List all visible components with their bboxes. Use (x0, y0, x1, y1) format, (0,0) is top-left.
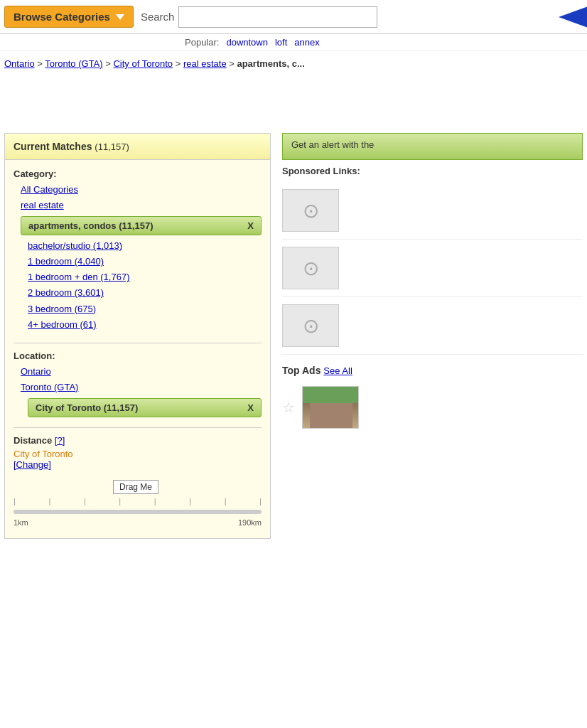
location-section: Location: Ontario Toronto (GTA) City of … (14, 350, 262, 417)
top-ads-header: Top Ads See All (282, 365, 583, 376)
ad-image-1: ⊙ (282, 189, 339, 232)
active-category-filter: apartments, condos (11,157) X (21, 216, 262, 235)
right-panel: Get an alert with the Sponsored Links: ⊙… (282, 133, 583, 539)
alert-bar: Get an alert with the (282, 133, 583, 160)
breadcrumb-real-estate[interactable]: real estate (183, 58, 227, 69)
slider-min-label: 1km (14, 518, 28, 527)
popular-label: Popular: (185, 37, 219, 48)
slider-container: Drag Me | | | | | | | | (14, 480, 262, 527)
left-panel: Current Matches (11,157) Category: All C… (4, 133, 271, 539)
remove-location-button[interactable]: X (247, 402, 254, 413)
sponsored-label: Sponsored Links: (282, 166, 583, 176)
distance-slider-track[interactable] (14, 510, 262, 514)
ad-image-2: ⊙ (282, 247, 339, 289)
ad-image-3: ⊙ (282, 304, 339, 347)
search-label: Search (141, 11, 175, 23)
active-location-filter: City of Toronto (11,157) X (28, 398, 262, 417)
breadcrumb-current: apartments, c... (237, 58, 304, 69)
location-links: Ontario Toronto (GTA) (14, 364, 262, 395)
toronto-gta-link[interactable]: Toronto (GTA) (21, 380, 262, 395)
filter-box: Category: All Categories real estate apa… (4, 159, 271, 539)
main-content: Current Matches (11,157) Category: All C… (0, 119, 587, 546)
popular-bar: Popular: downtown loft annex (0, 34, 587, 51)
header: Browse Categories Search (0, 0, 587, 34)
category-title: Category: (14, 168, 262, 179)
breadcrumb-ontario[interactable]: Ontario (4, 58, 35, 69)
real-estate-link[interactable]: real estate (21, 198, 262, 213)
location-title: Location: (14, 350, 262, 361)
matches-header: Current Matches (11,157) (4, 133, 271, 159)
camera-icon-2: ⊙ (303, 257, 319, 280)
chevron-down-icon (116, 14, 124, 20)
top-ad-1: ☆ (282, 382, 583, 433)
two-bedroom-link[interactable]: 2 bedroom (3,601) (28, 285, 262, 301)
search-section: Search (141, 6, 378, 28)
sponsored-ad-3: ⊙ (282, 297, 583, 355)
breadcrumb-toronto[interactable]: Toronto (GTA) (45, 58, 102, 69)
distance-title: Distance (14, 435, 52, 446)
active-location-label: City of Toronto (11,157) (36, 402, 138, 413)
alert-text: Get an alert with the (291, 139, 374, 150)
breadcrumb-city[interactable]: City of Toronto (113, 58, 173, 69)
category-links: All Categories real estate (14, 182, 262, 213)
browse-categories-button[interactable]: Browse Categories (4, 6, 134, 28)
popular-loft[interactable]: loft (275, 37, 287, 48)
distance-city: City of Toronto (14, 449, 262, 459)
distance-help-link[interactable]: [?] (55, 435, 65, 446)
sponsored-ad-1: ⊙ (282, 182, 583, 240)
sub-category-links: bachelor/studio (1,013) 1 bedroom (4,040… (14, 238, 262, 333)
matches-title: Current Matches (14, 141, 92, 152)
popular-annex[interactable]: annex (294, 37, 319, 48)
distance-change-link[interactable]: [Change] (14, 459, 51, 470)
one-bedroom-link[interactable]: 1 bedroom (4,040) (28, 254, 262, 269)
all-categories-link[interactable]: All Categories (21, 182, 262, 198)
three-bedroom-link[interactable]: 3 bedroom (675) (28, 301, 262, 317)
slider-max-label: 190km (238, 518, 262, 527)
popular-downtown[interactable]: downtown (226, 37, 268, 48)
active-category-label: apartments, condos (11,157) (28, 220, 154, 231)
top-ads-label: Top Ads (282, 365, 321, 376)
sponsored-ad-2: ⊙ (282, 240, 583, 297)
distance-section: Distance [?] City of Toronto [Change] Dr… (14, 435, 262, 527)
drag-handle[interactable]: Drag Me (113, 480, 158, 494)
ontario-link[interactable]: Ontario (21, 364, 262, 380)
see-all-link[interactable]: See All (323, 365, 352, 376)
browse-categories-label: Browse Categories (14, 11, 110, 23)
camera-icon-3: ⊙ (303, 314, 319, 338)
top-ad-image-1[interactable] (302, 386, 359, 429)
matches-count: (11,157) (95, 141, 129, 152)
category-section: Category: All Categories real estate apa… (14, 168, 262, 333)
remove-category-button[interactable]: X (247, 220, 254, 231)
one-bedroom-den-link[interactable]: 1 bedroom + den (1,767) (28, 269, 262, 285)
breadcrumb: Ontario > Toronto (GTA) > City of Toront… (0, 51, 587, 76)
camera-icon-1: ⊙ (303, 199, 319, 223)
four-plus-bedroom-link[interactable]: 4+ bedroom (61) (28, 317, 262, 333)
favorite-star-1[interactable]: ☆ (282, 399, 295, 416)
slider-labels: 1km 190km (14, 518, 262, 527)
bachelor-link[interactable]: bachelor/studio (1,013) (28, 238, 262, 254)
search-input[interactable] (178, 6, 377, 28)
